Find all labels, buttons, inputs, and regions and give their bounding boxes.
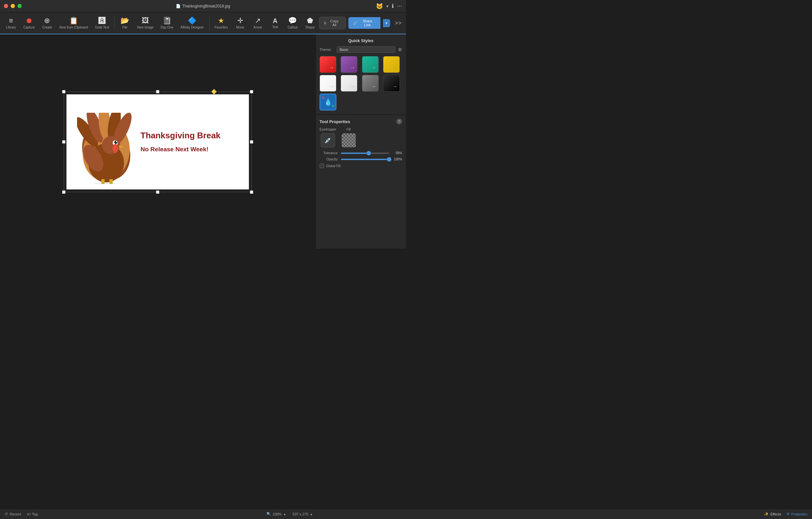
canvas-area[interactable]: Thanksgiving Break No Release Next Week! xyxy=(0,34,315,249)
text-label: Text xyxy=(272,25,278,29)
opacity-thumb[interactable] xyxy=(387,157,392,162)
close-button[interactable] xyxy=(4,4,8,8)
resize-handle-ml[interactable] xyxy=(62,140,65,143)
more-icon[interactable]: ⋯ xyxy=(397,3,402,9)
tolerance-fill xyxy=(341,153,369,154)
eyedropper-label: Eyedropper xyxy=(320,128,337,131)
style-purple[interactable]: → xyxy=(341,56,357,73)
quick-styles-title: Quick Styles xyxy=(320,38,402,43)
favorites-icon: ★ xyxy=(218,17,224,24)
style-red[interactable]: → xyxy=(320,56,337,73)
theme-row: Theme: Basic ⚙ xyxy=(320,46,402,53)
style-black[interactable]: → xyxy=(383,75,400,92)
callout-label: Callout xyxy=(288,26,297,29)
separator-1 xyxy=(114,17,115,29)
library-tool[interactable]: ≡ Library xyxy=(3,15,20,31)
capture-tool[interactable]: ⏺ Capture xyxy=(20,15,38,31)
affinity-designer-tool[interactable]: 🔷 Affinity Designer xyxy=(177,15,207,31)
grab-text-icon: 🅰 xyxy=(98,17,106,24)
canvas-content: Thanksgiving Break No Release Next Week! xyxy=(64,92,252,192)
tolerance-label: Tolerance: xyxy=(320,151,338,155)
tolerance-slider[interactable] xyxy=(341,153,389,154)
arrow-tool[interactable]: ↗ Arrow xyxy=(249,15,266,31)
black-shape: → xyxy=(393,84,398,89)
share-link-dropdown[interactable]: ▾ xyxy=(383,19,390,27)
fill-label: Fill xyxy=(346,128,351,131)
more-tools-button[interactable]: >> xyxy=(393,19,403,28)
resize-handle-tl[interactable] xyxy=(62,90,65,93)
shape-label: Shape xyxy=(305,26,315,29)
style-white-2[interactable]: → xyxy=(341,75,357,92)
fill-preview[interactable]: ▾ xyxy=(342,133,356,147)
opacity-slider[interactable] xyxy=(341,159,389,160)
file-tool[interactable]: 📂 File xyxy=(117,15,134,31)
eyedropper-fill-row: Eyedropper 💉 Fill ▾ xyxy=(320,128,402,147)
fill-col: Fill ▾ xyxy=(342,128,356,147)
callout-tool[interactable]: 💬 Callout xyxy=(284,15,301,31)
style-teal[interactable]: → xyxy=(362,56,379,73)
minimize-button[interactable] xyxy=(11,4,15,8)
capture-icon: ⏺ xyxy=(26,17,33,24)
opacity-fill xyxy=(341,159,389,160)
create-tool[interactable]: ⊕ Create xyxy=(38,15,55,31)
toolbar-actions: ⎘ Copy All 🔗 Share Link ▾ >> xyxy=(319,17,403,29)
shape-tool[interactable]: ⬟ Shape xyxy=(302,15,319,31)
move-icon: ✛ xyxy=(237,17,243,24)
favorites-tool[interactable]: ★ Favorites xyxy=(211,15,231,31)
resize-handle-tc[interactable] xyxy=(156,90,159,93)
text-icon: A xyxy=(273,18,278,24)
move-label: Move xyxy=(236,26,244,29)
create-label: Create xyxy=(42,26,52,29)
text-tool[interactable]: A Text xyxy=(267,16,284,31)
day-one-tool[interactable]: 📓 Day One xyxy=(157,15,176,31)
no-release-text: No Release Next Week! xyxy=(141,146,243,153)
new-image-icon: 🖼 xyxy=(142,17,149,24)
toolbar: ≡ Library ⏺ Capture ⊕ Create 📋 New from … xyxy=(0,12,406,34)
style-grid: → → → → → → → xyxy=(320,56,402,110)
maximize-button[interactable] xyxy=(18,4,22,8)
grab-text-label: Grab Text xyxy=(95,26,109,29)
style-yellow[interactable]: → xyxy=(383,56,400,73)
style-white-light[interactable]: → xyxy=(320,75,337,92)
callout-icon: 💬 xyxy=(288,17,297,24)
share-link-button[interactable]: 🔗 Share Link xyxy=(348,17,380,29)
white-light-shape: → xyxy=(329,84,334,89)
link-icon: 🔗 xyxy=(353,21,357,25)
file-tool-icon: 📂 xyxy=(120,17,129,24)
help-button[interactable]: ? xyxy=(396,118,402,125)
create-icon: ⊕ xyxy=(44,17,50,24)
file-icon: 📄 xyxy=(176,4,181,8)
clipboard-label: New from Clipboard xyxy=(59,26,88,29)
account-icon[interactable]: 🐱 xyxy=(376,3,383,10)
window-title: 📄 ThanksgivingBreak2018.jpg xyxy=(176,4,230,8)
new-from-clipboard-tool[interactable]: 📋 New from Clipboard xyxy=(56,15,91,31)
move-tool[interactable]: ✛ Move xyxy=(232,15,249,31)
grab-text-tool[interactable]: 🅰 Grab Text xyxy=(92,15,112,31)
eyedropper-button[interactable]: 💉 xyxy=(321,133,335,147)
resize-handle-br[interactable] xyxy=(250,191,253,194)
new-image-tool[interactable]: 🖼 New Image xyxy=(134,15,157,31)
main-area: Thanksgiving Break No Release Next Week!… xyxy=(0,34,406,249)
style-special[interactable]: ✕ 💧 + xyxy=(320,93,337,110)
global-fill-checkbox[interactable] xyxy=(320,164,324,168)
turkey-svg xyxy=(77,113,135,184)
tolerance-thumb[interactable] xyxy=(367,151,371,156)
resize-handle-bc[interactable] xyxy=(156,191,159,194)
settings-icon[interactable]: ⚙ xyxy=(398,47,402,52)
theme-select[interactable]: Basic xyxy=(337,46,395,53)
image-text-area: Thanksgiving Break No Release Next Week! xyxy=(141,131,243,153)
resize-handle-tr[interactable] xyxy=(250,90,253,93)
info-icon[interactable]: ℹ xyxy=(392,3,394,9)
style-gray[interactable]: → xyxy=(362,75,379,92)
copy-icon: ⎘ xyxy=(324,21,326,25)
svg-point-20 xyxy=(88,183,121,184)
svg-point-10 xyxy=(102,136,120,154)
svg-point-13 xyxy=(116,141,117,142)
special-plus-icon: + xyxy=(332,103,335,109)
day-one-icon: 📓 xyxy=(163,17,171,24)
copy-all-button[interactable]: ⎘ Copy All xyxy=(319,17,346,29)
resize-handle-bl[interactable] xyxy=(62,191,65,194)
dropdown-icon[interactable]: ▾ xyxy=(386,4,388,9)
resize-handle-mr[interactable] xyxy=(250,140,253,143)
image-display: Thanksgiving Break No Release Next Week! xyxy=(66,94,249,190)
